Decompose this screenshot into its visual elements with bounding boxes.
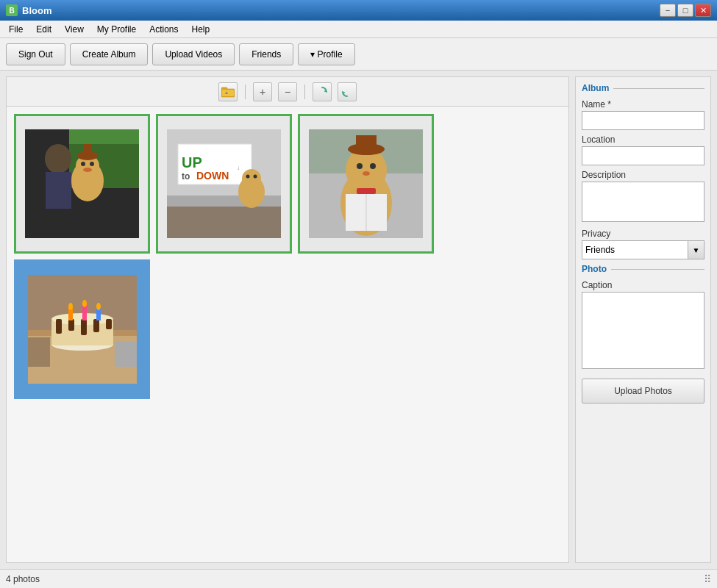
status-right: ⠿ xyxy=(704,573,711,585)
svg-rect-47 xyxy=(81,319,87,335)
privacy-label: Privacy xyxy=(582,229,704,239)
svg-rect-49 xyxy=(106,319,112,329)
svg-text:UP: UP xyxy=(182,154,202,171)
app-title: Bloom xyxy=(22,5,655,16)
svg-rect-46 xyxy=(68,319,74,331)
close-button[interactable]: ✕ xyxy=(695,4,711,17)
remove-photo-button[interactable]: − xyxy=(278,82,297,101)
svg-rect-32 xyxy=(356,135,377,150)
svg-point-24 xyxy=(242,169,261,188)
menu-view[interactable]: View xyxy=(59,23,90,36)
svg-rect-45 xyxy=(56,319,62,334)
svg-rect-57 xyxy=(115,341,137,367)
caption-input[interactable] xyxy=(582,292,704,369)
svg-rect-36 xyxy=(357,188,376,194)
title-bar: B Bloom − □ ✕ xyxy=(0,0,717,21)
main-area: + − xyxy=(0,71,717,569)
folder-icon xyxy=(221,86,235,98)
privacy-field-group: Privacy Friends Everyone Only Me ▼ xyxy=(582,229,704,259)
reload-button[interactable] xyxy=(338,82,357,101)
svg-point-53 xyxy=(68,303,73,310)
photo-section-title: Photo xyxy=(582,264,607,274)
svg-point-26 xyxy=(254,175,257,179)
svg-rect-48 xyxy=(93,319,99,332)
name-input[interactable] xyxy=(582,111,704,130)
menu-bar: File Edit View My Profile Actions Help xyxy=(0,21,717,38)
photo-count-label: 4 photos xyxy=(6,574,40,584)
svg-point-35 xyxy=(363,171,370,176)
svg-point-10 xyxy=(81,162,85,166)
description-label: Description xyxy=(582,170,704,180)
add-photo-button[interactable]: + xyxy=(253,82,272,101)
location-input[interactable] xyxy=(582,146,704,165)
window-controls: − □ ✕ xyxy=(660,4,711,17)
menu-actions[interactable]: Actions xyxy=(143,23,184,36)
photo-section-header: Photo xyxy=(582,264,704,274)
svg-point-25 xyxy=(246,175,250,179)
svg-rect-56 xyxy=(28,337,50,367)
photo-panel: + − xyxy=(6,76,569,563)
name-label: Name * xyxy=(582,99,704,110)
svg-text:DOWN: DOWN xyxy=(196,170,229,182)
caption-field-group: Caption xyxy=(582,280,704,371)
menu-file[interactable]: File xyxy=(3,23,29,36)
photo-thumbnail-1 xyxy=(16,116,148,251)
svg-rect-14 xyxy=(83,144,92,156)
photo-thumbnail-3 xyxy=(300,116,432,251)
resize-grip: ⠿ xyxy=(704,573,711,585)
minimize-button[interactable]: − xyxy=(660,4,676,17)
photo-thumbnail-2: UP to DOWN ↓ xyxy=(158,116,290,251)
name-field-group: Name * xyxy=(582,99,704,130)
separator-2 xyxy=(304,85,305,99)
open-folder-button[interactable] xyxy=(218,82,238,101)
album-section-title: Album xyxy=(582,83,609,93)
remove-icon: − xyxy=(285,86,290,98)
refresh-button[interactable] xyxy=(313,82,332,101)
menu-my-profile[interactable]: My Profile xyxy=(91,23,142,36)
maximize-button[interactable]: □ xyxy=(677,4,693,17)
location-label: Location xyxy=(582,135,704,145)
upload-photos-button[interactable]: Upload Photos xyxy=(582,379,704,404)
refresh-icon xyxy=(316,86,328,98)
create-album-button[interactable]: Create Album xyxy=(70,43,149,65)
svg-point-6 xyxy=(45,144,71,173)
menu-edit[interactable]: Edit xyxy=(30,23,57,36)
profile-button[interactable]: ▾ Profile xyxy=(298,43,354,65)
location-field-group: Location xyxy=(582,135,704,165)
privacy-select[interactable]: Friends Everyone Only Me xyxy=(582,240,688,259)
svg-point-12 xyxy=(83,168,92,172)
photo-toolbar: + − xyxy=(7,77,568,107)
album-section-header: Album xyxy=(582,83,704,93)
separator-1 xyxy=(245,85,246,99)
svg-rect-5 xyxy=(69,129,139,144)
photo-cell-1[interactable] xyxy=(14,114,150,254)
svg-point-54 xyxy=(82,300,87,307)
reload-icon xyxy=(341,86,353,98)
description-input[interactable] xyxy=(582,182,704,222)
svg-text:↓: ↓ xyxy=(237,165,240,171)
app-icon: B xyxy=(6,4,18,16)
photo-grid: UP to DOWN ↓ xyxy=(7,107,568,562)
status-bar: 4 photos ⠿ xyxy=(0,569,717,588)
photo-divider xyxy=(611,269,704,270)
svg-rect-7 xyxy=(46,172,71,209)
svg-point-34 xyxy=(370,163,376,169)
description-field-group: Description xyxy=(582,170,704,224)
photo-cell-4[interactable] xyxy=(14,259,150,399)
svg-rect-16 xyxy=(167,203,281,238)
svg-text:to: to xyxy=(182,171,190,182)
sign-out-button[interactable]: Sign Out xyxy=(6,43,65,65)
upload-videos-button[interactable]: Upload Videos xyxy=(152,43,235,65)
privacy-select-container: Friends Everyone Only Me ▼ xyxy=(582,240,704,259)
album-divider xyxy=(613,88,704,89)
photo-cell-2[interactable]: UP to DOWN ↓ xyxy=(156,114,292,254)
photo-thumbnail-4 xyxy=(21,267,143,392)
privacy-dropdown-button[interactable]: ▼ xyxy=(688,240,704,259)
main-toolbar: Sign Out Create Album Upload Videos Frie… xyxy=(0,38,717,71)
menu-help[interactable]: Help xyxy=(186,23,216,36)
friends-button[interactable]: Friends xyxy=(239,43,293,65)
svg-point-33 xyxy=(357,163,363,169)
caption-label: Caption xyxy=(582,280,704,290)
photo-cell-3[interactable] xyxy=(298,114,434,254)
add-icon: + xyxy=(260,86,265,98)
